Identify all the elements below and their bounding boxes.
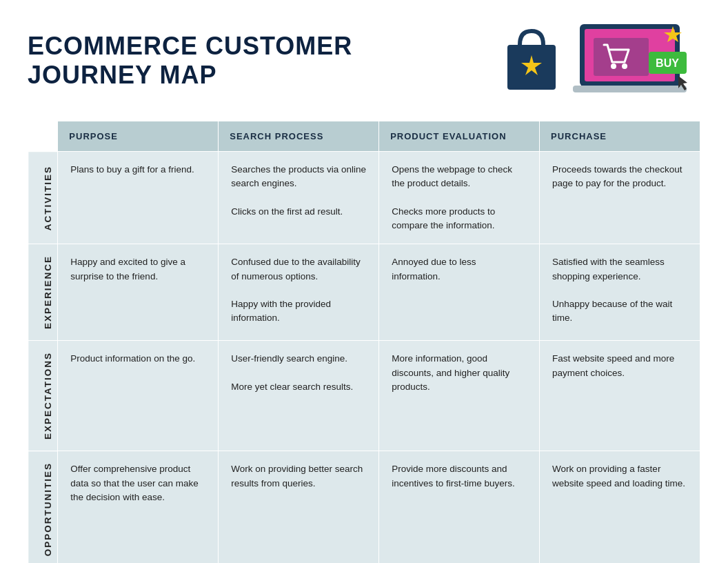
activities-evaluation-text: Opens the webpage to check the product d… [392, 164, 512, 230]
activities-row: ACTIVITIES Plans to buy a gift for a fri… [28, 152, 700, 244]
shopping-bag-icon [501, 24, 563, 97]
col-header-purchase: PURCHASE [540, 121, 700, 152]
hero-illustration: BUY [501, 21, 700, 100]
opportunities-search-cell: Work on providing better search results … [219, 451, 379, 563]
expectations-search-cell: User-friendly search engine. More yet cl… [219, 341, 379, 451]
svg-point-6 [611, 63, 616, 69]
expectations-row-header: EXPECTATIONS [28, 341, 58, 451]
journey-map-table: PURPOSE SEARCH PROCESS PRODUCT EVALUATIO… [28, 121, 700, 563]
activities-purchase-cell: Proceeds towards the checkout page to pa… [540, 152, 700, 244]
experience-search-text: Confused due to the availability of nume… [231, 257, 361, 323]
experience-purchase-cell: Satisfied with the seamless shopping exp… [540, 244, 700, 341]
col-header-search: SEARCH PROCESS [219, 121, 379, 152]
opportunities-row-header: OPPORTUNITIES [28, 451, 58, 563]
opportunities-row: OPPORTUNITIES Offer comprehensive produc… [28, 451, 700, 563]
activities-evaluation-cell: Opens the webpage to check the product d… [379, 152, 540, 244]
expectations-purpose-cell: Product information on the go. [58, 341, 219, 451]
svg-rect-4 [573, 86, 687, 92]
experience-row: EXPERIENCE Happy and excited to give a s… [28, 244, 700, 341]
svg-text:BUY: BUY [656, 57, 679, 69]
experience-search-cell: Confused due to the availability of nume… [219, 244, 379, 341]
opportunities-evaluation-cell: Provide more discounts and incentives to… [379, 451, 540, 563]
experience-purchase-text: Satisfied with the seamless shopping exp… [552, 257, 672, 323]
opportunities-purpose-cell: Offer comprehensive product data so that… [58, 451, 219, 563]
expectations-purchase-cell: Fast website speed and more payment choi… [540, 341, 700, 451]
experience-row-header: EXPERIENCE [28, 244, 58, 341]
activities-purpose-cell: Plans to buy a gift for a friend. [58, 152, 219, 244]
page-title: ECOMMERCE CUSTOMER JOURNEY MAP [28, 32, 352, 89]
experience-purpose-cell: Happy and excited to give a surprise to … [58, 244, 219, 341]
expectations-row: EXPECTATIONS Product information on the … [28, 341, 700, 451]
activities-search-cell: Searches the products via online search … [219, 152, 379, 244]
col-header-evaluation: PRODUCT EVALUATION [379, 121, 540, 152]
expectations-evaluation-cell: More information, good discounts, and hi… [379, 341, 540, 451]
opportunities-purchase-cell: Work on providing a faster website speed… [540, 451, 700, 563]
activities-search-text: Searches the products via online search … [231, 164, 366, 217]
laptop-buy-icon: BUY [569, 21, 700, 100]
activities-row-header: ACTIVITIES [28, 152, 58, 244]
page-header: ECOMMERCE CUSTOMER JOURNEY MAP [28, 21, 700, 100]
experience-evaluation-cell: Annoyed due to less information. [379, 244, 540, 341]
col-header-purpose: PURPOSE [58, 121, 219, 152]
svg-point-7 [622, 63, 627, 69]
svg-rect-5 [594, 38, 649, 76]
expectations-search-text: User-friendly search engine. More yet cl… [231, 353, 353, 392]
